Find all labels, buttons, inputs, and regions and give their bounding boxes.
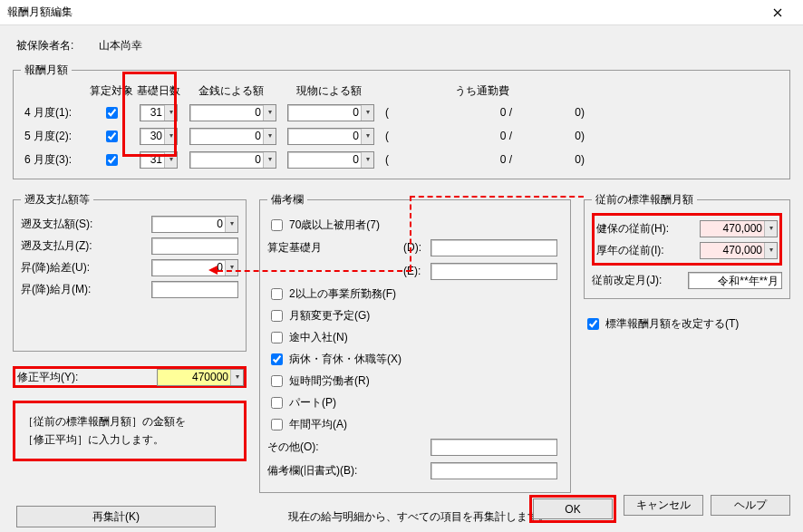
monthly-legend: 報酬月額	[21, 63, 72, 78]
month-row-3: 6 月度(3): ▾ ▾ ▾ ( 0 / 0)	[21, 150, 782, 169]
month3-goods[interactable]: ▾	[287, 151, 374, 169]
recalc-button[interactable]: 再集計(K)	[16, 506, 216, 527]
ok-button[interactable]: OK	[533, 498, 613, 519]
other-label: その他(O):	[267, 440, 431, 455]
month-change-label: 月額変更予定(G)	[289, 308, 370, 324]
other-field[interactable]	[431, 439, 557, 456]
arrow-seg-3	[218, 270, 411, 272]
month2-commute-a: 0 /	[396, 130, 514, 142]
prev-highlight-box: 健保の従前(H): ▾ 厚年の従前(I): ▾	[592, 213, 782, 266]
over70-label: 70歳以上被用者(7)	[289, 218, 380, 233]
callout-line2: ［修正平均］に入力します。	[23, 430, 237, 449]
arrow-seg-1	[410, 196, 584, 198]
raise-amt[interactable]: ▾	[151, 259, 238, 276]
month1-label: 4 月度(1):	[21, 105, 88, 121]
month3-days[interactable]: ▾	[140, 151, 178, 169]
raise-month[interactable]	[151, 281, 238, 298]
retro-amount-label: 遡及支払額(S):	[21, 217, 102, 232]
month2-goods[interactable]: ▾	[287, 128, 374, 145]
leave-label: 病休・育休・休職等(X)	[289, 352, 402, 367]
month3-commute-a: 0 /	[396, 153, 514, 166]
month1-days[interactable]: ▾	[140, 104, 178, 121]
month1-commute-a: 0 /	[396, 106, 514, 119]
shorttime-label: 短時間労働者(R)	[289, 373, 370, 389]
corrected-avg[interactable]: ▾	[157, 369, 244, 386]
part-check[interactable]	[271, 397, 283, 409]
month3-target-check[interactable]	[106, 154, 118, 166]
raise-amt-label: 昇(降)給差(U):	[21, 260, 102, 276]
window-title: 報酬月額編集	[7, 5, 73, 20]
month2-cash[interactable]: ▾	[189, 128, 276, 145]
close-icon	[773, 8, 782, 17]
raise-month-label: 昇(降)給月(M):	[21, 282, 102, 297]
help-button[interactable]: ヘルプ	[711, 495, 790, 516]
col-goods: 現物による額	[280, 83, 378, 99]
month1-goods[interactable]: ▾	[287, 104, 374, 121]
month2-commute-b: 0)	[514, 130, 586, 142]
col-commute: うち通勤費	[405, 83, 559, 99]
col-cash: 金銭による額	[182, 83, 280, 99]
month1-target-check[interactable]	[106, 107, 118, 119]
revise-month-label: 従前改定月(J):	[592, 273, 672, 288]
midyear-label: 途中入社(N)	[289, 330, 348, 345]
old-remark-field[interactable]	[431, 462, 557, 479]
shorttime-check[interactable]	[271, 375, 283, 387]
month2-days[interactable]: ▾	[140, 128, 178, 145]
corrected-avg-row: 修正平均(Y): ▾	[13, 366, 247, 388]
part-label: パート(P)	[289, 395, 336, 411]
monthly-group: 報酬月額 算定対象 基礎日数 金銭による額 現物による額 うち通勤費 4 月度(…	[13, 63, 790, 179]
midyear-check[interactable]	[271, 332, 283, 343]
multi-office-check[interactable]	[271, 288, 283, 300]
old-remark-label: 備考欄(旧書式)(B):	[267, 463, 431, 479]
prev-std-group: 従前の標準報酬月額 健保の従前(H): ▾ 厚年の従前(I): ▾ 従前改定月(…	[584, 192, 790, 299]
prev-std-legend: 従前の標準報酬月額	[592, 192, 697, 208]
remarks-group: 備考欄 70歳以上被用者(7) 算定基礎月 (D): (E): 2以上の事業所勤…	[259, 192, 571, 493]
month3-commute-b: 0)	[514, 153, 586, 166]
insured-name: 山本尚幸	[99, 38, 142, 53]
retro-legend: 遡及支払額等	[21, 192, 93, 208]
month3-label: 6 月度(3):	[21, 152, 88, 168]
col-days: 基礎日数	[135, 83, 182, 99]
annual-label: 年間平均(A)	[289, 417, 347, 432]
callout-line1: ［従前の標準報酬月額］の金額を	[23, 412, 237, 430]
month3-cash[interactable]: ▾	[189, 151, 276, 169]
kounen-value[interactable]: ▾	[700, 242, 778, 259]
multi-office-label: 2以上の事業所勤務(F)	[289, 286, 396, 302]
month2-target-check[interactable]	[106, 131, 118, 142]
base-month-e[interactable]	[431, 263, 557, 280]
kenpo-value[interactable]: ▾	[700, 220, 778, 237]
revise-std-label: 標準報酬月額を改定する(T)	[605, 316, 739, 332]
revise-month-value[interactable]: 令和**年**月	[688, 272, 782, 289]
month-row-2: 5 月度(2): ▾ ▾ ▾ ( 0 / 0)	[21, 126, 782, 146]
base-month-d[interactable]	[431, 239, 557, 256]
retro-month-label: 遡及支払月(Z):	[21, 238, 102, 254]
month1-cash[interactable]: ▾	[189, 104, 276, 121]
revise-std-check[interactable]	[587, 318, 599, 330]
instruction-callout: ［従前の標準報酬月額］の金額を ［修正平均］に入力します。	[13, 401, 247, 461]
month1-commute-b: 0)	[514, 106, 586, 119]
arrow-head-icon	[208, 266, 218, 275]
corrected-avg-label: 修正平均(Y):	[17, 370, 99, 385]
ok-highlight: OK	[529, 495, 616, 523]
month-row-1: 4 月度(1): ▾ ▾ ▾ ( 0 / 0)	[21, 102, 782, 122]
col-target: 算定対象	[88, 83, 135, 99]
insured-label: 被保険者名:	[16, 38, 73, 53]
base-month-label: 算定基礎月	[267, 240, 403, 256]
over70-check[interactable]	[271, 219, 283, 231]
close-button[interactable]	[759, 0, 796, 25]
kenpo-label: 健保の従前(H):	[596, 221, 676, 237]
month-change-check[interactable]	[271, 310, 283, 322]
recalc-message: 現在の給与明細から、すべての項目を再集計します。	[288, 509, 549, 525]
retro-month[interactable]	[151, 237, 238, 255]
annual-check[interactable]	[271, 419, 283, 430]
kounen-label: 厚年の従前(I):	[596, 243, 676, 258]
key-d: (D):	[403, 241, 431, 254]
arrow-seg-2	[410, 196, 411, 270]
month2-label: 5 月度(2):	[21, 129, 88, 144]
retro-amount[interactable]: ▾	[151, 216, 238, 233]
leave-check[interactable]	[271, 353, 283, 365]
cancel-button[interactable]: キャンセル	[624, 495, 703, 516]
remarks-legend: 備考欄	[267, 192, 307, 208]
